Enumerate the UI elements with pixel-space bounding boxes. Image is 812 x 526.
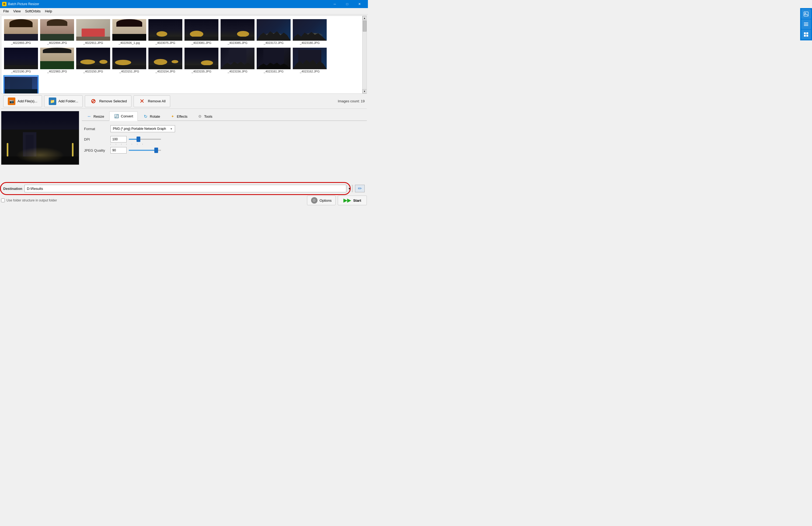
jpeg-slider-thumb[interactable]	[154, 148, 158, 153]
menu-softorbits[interactable]: SoftOrbits	[23, 9, 43, 14]
destination-input[interactable]	[25, 187, 346, 191]
thumb-item[interactable]: _4023150.JPG	[76, 47, 111, 74]
window-controls: ─ □ ✕	[329, 0, 366, 8]
main-container: _4022893.JPG _4022894.JPG _4022911.JPG	[0, 15, 368, 207]
right-action-controls: ⚙ Options ▶▶ Start	[307, 195, 367, 205]
thumb-image	[257, 48, 291, 69]
jpeg-slider[interactable]	[129, 150, 161, 151]
dpi-slider[interactable]	[129, 139, 161, 140]
tabs-bar: ↔ Resize 🔄 Convert ↻ Rotate ✦ Effects ⚙	[82, 111, 367, 121]
folder-structure-row: Use folder structure in output folder	[1, 199, 57, 202]
scroll-up-button[interactable]: ▲	[363, 16, 367, 20]
destination-bar: Destination ▼ ✏	[1, 183, 367, 194]
options-label: Options	[320, 199, 332, 203]
thumb-image	[4, 48, 38, 69]
jpeg-input[interactable]	[111, 147, 127, 154]
options-button[interactable]: ⚙ Options	[307, 195, 336, 205]
close-button[interactable]: ✕	[353, 0, 366, 8]
convert-icon: 🔄	[114, 113, 119, 119]
thumb-label: _4022983.JPG	[41, 70, 74, 73]
folder-structure-checkbox[interactable]	[1, 199, 5, 202]
options-gear-icon: ⚙	[311, 197, 318, 204]
add-files-icon: 📷	[8, 98, 15, 105]
images-count: Images count: 19	[338, 99, 365, 103]
thumb-image	[148, 19, 182, 41]
tab-convert[interactable]: 🔄 Convert	[109, 112, 138, 121]
remove-all-button[interactable]: ✕ Remove All	[134, 96, 170, 107]
menu-file[interactable]: File	[1, 9, 11, 14]
start-button[interactable]: ▶▶ Start	[338, 195, 367, 205]
thumb-item[interactable]: _4023154.JPG	[148, 47, 183, 74]
jpeg-label: JPEG Quality	[84, 148, 108, 152]
thumb-item[interactable]: _4023162.JPG	[292, 47, 327, 74]
thumb-image	[293, 48, 327, 69]
menu-help[interactable]: Help	[43, 9, 54, 14]
bottom-controls: Use folder structure in output folder ⚙ …	[1, 195, 367, 206]
gallery-scrollbar: ▲ ▼	[362, 16, 366, 93]
thumb-label: _4023075.JPG	[149, 41, 182, 44]
thumb-item[interactable]: _4022926_1.jpg	[112, 18, 147, 45]
thumb-label: _4023190.JPG	[4, 70, 38, 73]
dpi-label: DPI	[84, 137, 108, 142]
thumb-item-selected[interactable]: _4023163.JPG	[3, 75, 39, 93]
tab-convert-label: Convert	[121, 114, 133, 118]
thumb-item[interactable]: _4023085.JPG	[220, 18, 255, 45]
menu-view[interactable]: View	[11, 9, 23, 14]
tools-icon: ⚙	[197, 114, 203, 119]
thumb-image	[257, 19, 291, 41]
thumb-item[interactable]: _4022894.JPG	[40, 18, 75, 45]
minimize-button[interactable]: ─	[329, 0, 341, 8]
thumb-item[interactable]: _4023075.JPG	[148, 18, 183, 45]
thumb-item[interactable]: _4022893.JPG	[3, 18, 39, 45]
add-folder-button[interactable]: 📁 Add Folder...	[44, 96, 83, 107]
tab-resize-label: Resize	[93, 115, 104, 118]
start-label: Start	[353, 199, 361, 203]
thumb-item[interactable]: _4023151.JPG	[112, 47, 147, 74]
scroll-thumb[interactable]	[363, 21, 366, 31]
thumb-label: _4023151.JPG	[113, 70, 146, 73]
destination-label: Destination	[3, 187, 23, 191]
thumb-item[interactable]: _4023172.JPG	[256, 18, 291, 45]
destination-browse-button[interactable]: ✏	[355, 185, 365, 192]
dpi-slider-thumb[interactable]	[136, 136, 140, 142]
preview-image	[1, 111, 79, 165]
thumb-label: _4023156.JPG	[221, 70, 254, 73]
thumb-image	[76, 48, 110, 69]
rotate-icon: ↻	[143, 114, 148, 119]
thumb-item[interactable]: _4023155.JPG	[184, 47, 219, 74]
jpeg-control	[111, 147, 365, 154]
gallery-scroll[interactable]: _4022893.JPG _4022894.JPG _4022911.JPG	[1, 16, 362, 93]
tab-resize[interactable]: ↔ Resize	[82, 112, 109, 121]
convert-settings: Format PNG (*.png) Portable Network Grap…	[82, 124, 367, 158]
thumb-image	[221, 19, 255, 41]
thumb-item[interactable]: _4023161.JPG	[256, 47, 291, 74]
dpi-input[interactable]	[111, 136, 127, 143]
folder-structure-label: Use folder structure in output folder	[6, 199, 57, 202]
destination-dropdown-button[interactable]: ▼	[346, 185, 352, 192]
thumb-item[interactable]: _4022983.JPG	[40, 47, 75, 74]
format-dropdown-arrow: ▼	[170, 127, 173, 130]
tab-rotate[interactable]: ↻ Rotate	[138, 112, 164, 121]
format-select[interactable]: PNG (*.png) Portable Network Graph ▼	[111, 125, 175, 132]
remove-selected-label: Remove Selected	[99, 99, 127, 103]
thumb-label: _4022911.JPG	[77, 41, 110, 44]
thumb-item[interactable]: _4023180.JPG	[292, 18, 327, 45]
tab-effects[interactable]: ✦ Effects	[165, 112, 192, 121]
scroll-track	[363, 20, 366, 89]
thumb-item[interactable]: _4023156.JPG	[220, 47, 255, 74]
tab-effects-label: Effects	[177, 115, 188, 118]
add-files-button[interactable]: 📷 Add File(s)...	[3, 96, 42, 107]
thumb-label: _4023085.JPG	[221, 41, 254, 44]
thumb-label: _4022926_1.jpg	[113, 41, 146, 44]
thumb-item[interactable]: _4023081.JPG	[184, 18, 219, 45]
remove-selected-button[interactable]: ⊘ Remove Selected	[85, 96, 131, 107]
tab-tools[interactable]: ⚙ Tools	[192, 112, 217, 121]
thumb-image	[112, 19, 146, 41]
thumb-item[interactable]: _4023190.JPG	[3, 47, 39, 74]
scroll-down-button[interactable]: ▼	[363, 89, 367, 93]
toolbar: 📷 Add File(s)... 📁 Add Folder... ⊘ Remov…	[1, 94, 367, 109]
format-row: Format PNG (*.png) Portable Network Grap…	[84, 125, 365, 132]
thumb-item[interactable]: _4022911.JPG	[76, 18, 111, 45]
tab-tools-label: Tools	[204, 115, 212, 118]
maximize-button[interactable]: □	[341, 0, 353, 8]
